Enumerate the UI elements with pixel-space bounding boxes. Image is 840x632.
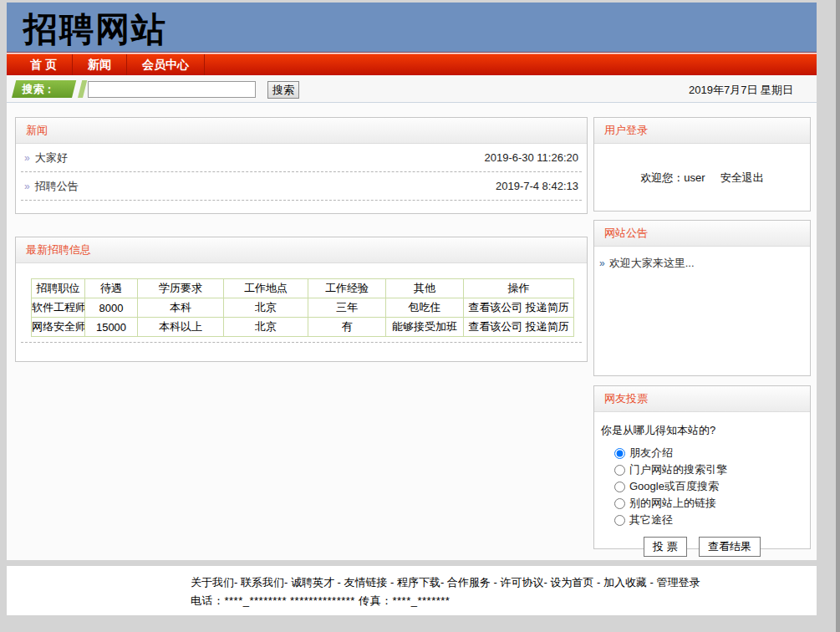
current-date: 2019年7月7日 星期日	[689, 83, 793, 98]
window-edge-strip	[836, 0, 840, 632]
col-position: 招聘职位	[32, 279, 85, 298]
notice-item[interactable]: »欢迎大家来这里...	[594, 247, 810, 280]
jobs-panel: 最新招聘信息 招聘职位 待遇 学历要求 工作地点 工作经验 其他 操作 软件工程…	[15, 237, 588, 362]
poll-option[interactable]: 门户网站的搜索引擎	[614, 461, 810, 478]
jobs-table-header-row: 招聘职位 待遇 学历要求 工作地点 工作经验 其他 操作	[32, 279, 574, 298]
poll-option-label: 别的网站上的链接	[629, 495, 716, 512]
job-location: 北京	[224, 318, 308, 337]
poll-buttons: 投 票 查看结果	[594, 537, 810, 557]
view-company-link[interactable]: 查看该公司	[468, 301, 522, 313]
table-row: 网络安全师 15000 本科以上 北京 有 能够接受加班 查看该公司 投递简历	[32, 318, 574, 337]
news-item[interactable]: »大家好 2019-6-30 11:26:20	[21, 144, 582, 172]
job-location: 北京	[224, 298, 308, 318]
col-location: 工作地点	[224, 279, 308, 298]
poll-panel: 网友投票 你是从哪儿得知本站的? 朋友介绍 门户网站的搜索引擎 Google或百…	[593, 385, 811, 549]
main-nav: 首 页 新闻 会员中心	[7, 54, 817, 75]
search-bar: 搜索： 搜索 2019年7月7日 星期日	[7, 75, 817, 103]
poll-radio[interactable]	[614, 482, 625, 492]
footer-contact-info: 电话：****_******** ************** 传真：****_…	[191, 592, 817, 610]
poll-option[interactable]: 别的网站上的链接	[614, 495, 810, 512]
jobs-panel-title: 最新招聘信息	[16, 237, 587, 263]
job-education: 本科	[138, 298, 224, 318]
apply-link[interactable]: 投递简历	[526, 320, 569, 333]
poll-option[interactable]: 其它途径	[614, 512, 810, 528]
bullet-arrows-icon: »	[24, 152, 30, 164]
notice-panel: 网站公告 »欢迎大家来这里...	[593, 220, 811, 376]
search-ribbon-stripe	[78, 80, 87, 98]
news-panel: 新闻 »大家好 2019-6-30 11:26:20 »招聘公告 2019-7-…	[15, 117, 588, 214]
col-actions: 操作	[464, 279, 574, 298]
poll-option[interactable]: Google或百度搜索	[614, 478, 810, 495]
vote-button[interactable]: 投 票	[644, 537, 687, 557]
jobs-dashed-divider	[21, 342, 582, 343]
news-item-time: 2019-6-30 11:26:20	[484, 144, 578, 172]
site-header: 招聘网站	[7, 3, 817, 52]
job-position: 软件工程师	[32, 298, 85, 318]
news-item-title[interactable]: 大家好	[35, 151, 68, 164]
search-label: 搜索：	[14, 80, 74, 98]
news-item[interactable]: »招聘公告 2019-7-4 8:42:13	[21, 172, 582, 201]
nav-item-news[interactable]: 新闻	[73, 54, 127, 75]
poll-option-label: 其它途径	[629, 512, 673, 528]
job-experience: 三年	[308, 298, 386, 318]
site-title: 招聘网站	[7, 3, 817, 49]
poll-radio[interactable]	[614, 465, 625, 476]
job-salary: 15000	[85, 318, 138, 337]
poll-option-label: 门户网站的搜索引擎	[629, 461, 727, 478]
col-education: 学历要求	[138, 279, 224, 298]
poll-panel-title: 网友投票	[594, 386, 810, 412]
nav-item-member-center[interactable]: 会员中心	[127, 54, 205, 75]
search-label-ribbon: 搜索：	[12, 80, 76, 98]
logout-link[interactable]: 安全退出	[720, 171, 764, 184]
job-other: 能够接受加班	[386, 318, 464, 337]
notice-text[interactable]: 欢迎大家来这里...	[609, 257, 695, 269]
notice-panel-title: 网站公告	[594, 221, 810, 247]
poll-options: 朋友介绍 门户网站的搜索引擎 Google或百度搜索 别的网站上的链接 其它途径	[614, 445, 810, 528]
job-position: 网络安全师	[32, 318, 85, 337]
login-panel-title: 用户登录	[594, 118, 810, 144]
search-input[interactable]	[88, 81, 256, 98]
col-experience: 工作经验	[308, 279, 386, 298]
jobs-table: 招聘职位 待遇 学历要求 工作地点 工作经验 其他 操作 软件工程师 8000 …	[31, 278, 574, 337]
view-company-link[interactable]: 查看该公司	[468, 320, 522, 333]
col-other: 其他	[386, 279, 464, 298]
poll-option-label: 朋友介绍	[629, 445, 673, 461]
poll-option[interactable]: 朋友介绍	[614, 445, 810, 461]
poll-radio[interactable]	[614, 515, 625, 526]
main-content: 新闻 »大家好 2019-6-30 11:26:20 »招聘公告 2019-7-…	[7, 103, 817, 560]
view-results-button[interactable]: 查看结果	[699, 537, 761, 557]
news-item-time: 2019-7-4 8:42:13	[496, 172, 578, 201]
search-button[interactable]: 搜索	[267, 81, 299, 99]
footer-links[interactable]: 关于我们- 联系我们- 诚聘英才 - 友情链接 - 程序下载- 合作服务 - 许…	[191, 573, 817, 592]
footer: 关于我们- 联系我们- 诚聘英才 - 友情链接 - 程序下载- 合作服务 - 许…	[7, 566, 817, 615]
job-experience: 有	[308, 318, 386, 337]
nav-item-home[interactable]: 首 页	[15, 54, 73, 75]
col-salary: 待遇	[85, 279, 138, 298]
job-other: 包吃住	[386, 298, 464, 318]
login-status: 欢迎您：user安全退出	[594, 144, 810, 186]
bullet-arrows-icon: »	[24, 181, 30, 192]
news-panel-title: 新闻	[16, 118, 587, 144]
job-actions: 查看该公司 投递简历	[464, 298, 574, 318]
login-panel: 用户登录 欢迎您：user安全退出	[593, 117, 811, 212]
news-list: »大家好 2019-6-30 11:26:20 »招聘公告 2019-7-4 8…	[16, 144, 587, 201]
poll-radio[interactable]	[614, 498, 625, 509]
username: user	[684, 171, 705, 184]
page: 招聘网站 首 页 新闻 会员中心 搜索： 搜索 2019年7月7日 星期日 新闻…	[7, 3, 817, 615]
news-item-title[interactable]: 招聘公告	[35, 180, 79, 192]
job-actions: 查看该公司 投递简历	[464, 318, 574, 337]
bullet-arrow-icon: »	[599, 257, 605, 269]
poll-radio[interactable]	[614, 448, 625, 459]
welcome-label: 欢迎您：	[640, 171, 684, 184]
apply-link[interactable]: 投递简历	[526, 301, 569, 313]
poll-option-label: Google或百度搜索	[629, 478, 719, 495]
job-salary: 8000	[85, 298, 138, 318]
table-row: 软件工程师 8000 本科 北京 三年 包吃住 查看该公司 投递简历	[32, 298, 574, 318]
job-education: 本科以上	[138, 318, 224, 337]
poll-question: 你是从哪儿得知本站的?	[594, 412, 810, 445]
